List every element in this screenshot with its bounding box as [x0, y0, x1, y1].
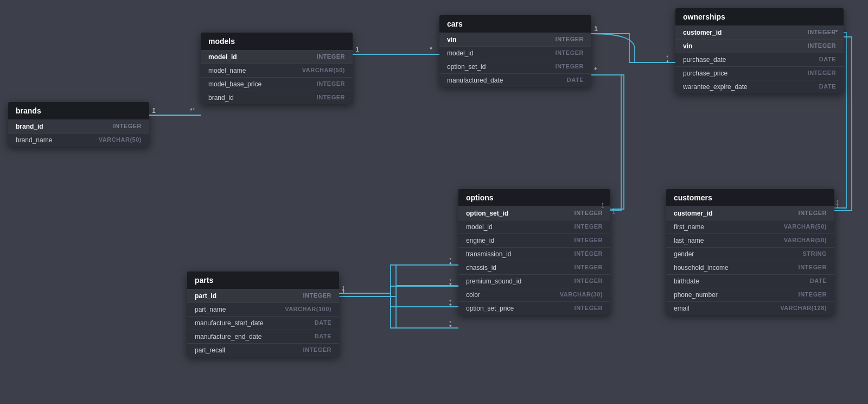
- table-header-options: options: [458, 189, 610, 206]
- table-models[interactable]: modelsmodel_idINTEGERmodel_nameVARCHAR(5…: [201, 33, 353, 104]
- col-name-ownerships-2: purchase_date: [683, 56, 726, 64]
- table-header-cars: cars: [439, 15, 591, 33]
- col-type-options-3: INTEGER: [575, 250, 603, 258]
- table-header-models: models: [201, 33, 353, 50]
- table-brands[interactable]: brandsbrand_idINTEGERbrand_nameVARCHAR(5…: [8, 102, 149, 147]
- table-row-options-1: model_idINTEGER: [458, 220, 610, 233]
- table-row-parts-3: manufacture_end_dateDATE: [187, 330, 339, 343]
- col-name-ownerships-0: customer_id: [683, 29, 722, 36]
- table-row-options-0: option_set_idINTEGER: [458, 206, 610, 220]
- col-name-parts-3: manufacture_end_date: [195, 333, 261, 340]
- svg-text:*: *: [430, 46, 432, 53]
- col-name-options-6: color: [466, 291, 480, 299]
- svg-text:1: 1: [612, 207, 616, 215]
- table-header-customers: customers: [666, 189, 834, 206]
- col-name-options-3: transmission_id: [466, 250, 511, 258]
- col-type-ownerships-2: DATE: [819, 56, 836, 64]
- col-type-parts-3: DATE: [315, 333, 331, 340]
- col-name-parts-0: part_id: [195, 292, 216, 300]
- col-name-options-7: option_set_price: [466, 305, 514, 312]
- col-type-options-1: INTEGER: [575, 223, 603, 231]
- table-row-ownerships-3: purchase_priceINTEGER: [675, 66, 844, 80]
- table-cars[interactable]: carsvinINTEGERmodel_idINTEGERoption_set_…: [439, 15, 591, 87]
- table-row-models-1: model_nameVARCHAR(50): [201, 64, 353, 77]
- col-name-options-2: engine_id: [466, 237, 494, 244]
- table-customers[interactable]: customerscustomer_idINTEGERfirst_nameVAR…: [666, 189, 834, 315]
- table-row-options-3: transmission_idINTEGER: [458, 247, 610, 261]
- col-name-customers-0: customer_id: [674, 210, 712, 217]
- svg-text:1: 1: [594, 25, 598, 33]
- col-type-brands-0: INTEGER: [113, 123, 142, 130]
- svg-text:1: 1: [355, 46, 359, 53]
- col-type-customers-6: INTEGER: [799, 291, 827, 299]
- col-name-customers-5: birthdate: [674, 277, 699, 285]
- svg-text:1: 1: [342, 288, 346, 295]
- col-name-parts-1: part_name: [195, 306, 226, 313]
- table-row-models-0: model_idINTEGER: [201, 50, 353, 64]
- table-row-customers-2: last_nameVARCHAR(50): [666, 233, 834, 247]
- col-type-options-0: INTEGER: [575, 210, 603, 217]
- table-row-options-7: option_set_priceINTEGER: [458, 301, 610, 315]
- table-row-cars-0: vinINTEGER: [439, 33, 591, 46]
- col-type-customers-7: VARCHAR(128): [780, 305, 827, 312]
- col-name-cars-0: vin: [447, 36, 456, 43]
- col-type-models-3: INTEGER: [317, 94, 345, 102]
- col-name-models-1: model_name: [208, 67, 246, 74]
- table-row-parts-4: part_recallINTEGER: [187, 343, 339, 357]
- col-type-customers-1: VARCHAR(50): [784, 223, 827, 231]
- col-type-parts-0: INTEGER: [303, 292, 331, 300]
- col-type-options-6: VARCHAR(30): [560, 291, 603, 299]
- table-row-customers-4: household_incomeINTEGER: [666, 261, 834, 274]
- table-row-parts-1: part_nameVARCHAR(100): [187, 302, 339, 316]
- col-name-options-0: option_set_id: [466, 210, 508, 217]
- col-type-cars-2: INTEGER: [556, 63, 584, 71]
- col-name-options-5: premium_sound_id: [466, 277, 521, 285]
- col-type-customers-3: STRING: [802, 250, 827, 258]
- col-type-ownerships-4: DATE: [819, 83, 836, 91]
- table-row-brands-0: brand_idINTEGER: [8, 119, 149, 133]
- svg-text:1: 1: [836, 199, 840, 207]
- svg-text:*: *: [449, 324, 452, 331]
- col-name-options-1: model_id: [466, 223, 493, 231]
- col-name-customers-3: gender: [674, 250, 694, 258]
- col-type-cars-0: INTEGER: [556, 36, 584, 43]
- canvas: models.brand_id (*) --> 1 * cars.model_i…: [0, 0, 868, 404]
- col-name-customers-6: phone_number: [674, 291, 718, 299]
- col-type-customers-5: DATE: [810, 277, 827, 285]
- table-options[interactable]: optionsoption_set_idINTEGERmodel_idINTEG…: [458, 189, 610, 315]
- col-name-ownerships-1: vin: [683, 42, 692, 50]
- col-type-ownerships-1: INTEGER: [808, 42, 836, 50]
- svg-text:*: *: [449, 282, 452, 289]
- table-row-models-3: brand_idINTEGER: [201, 91, 353, 104]
- table-row-customers-1: first_nameVARCHAR(50): [666, 220, 834, 233]
- table-row-ownerships-0: customer_idINTEGER: [675, 26, 844, 39]
- col-name-brands-1: brand_name: [16, 136, 52, 144]
- col-name-options-4: chassis_id: [466, 264, 496, 272]
- col-name-brands-0: brand_id: [16, 123, 43, 130]
- svg-text:1: 1: [152, 107, 156, 115]
- col-name-customers-7: email: [674, 305, 690, 312]
- col-name-customers-2: last_name: [674, 237, 704, 244]
- table-row-options-2: engine_idINTEGER: [458, 233, 610, 247]
- table-row-customers-7: emailVARCHAR(128): [666, 301, 834, 315]
- table-row-options-5: premium_sound_idINTEGER: [458, 274, 610, 288]
- col-type-customers-4: INTEGER: [799, 264, 827, 272]
- table-row-customers-0: customer_idINTEGER: [666, 206, 834, 220]
- table-row-models-2: model_base_priceINTEGER: [201, 77, 353, 91]
- col-name-parts-2: manufacture_start_date: [195, 319, 264, 327]
- col-type-ownerships-3: INTEGER: [808, 70, 836, 77]
- col-type-options-4: INTEGER: [575, 264, 603, 272]
- col-name-models-0: model_id: [208, 53, 237, 61]
- table-row-cars-3: manufactured_dateDATE: [439, 73, 591, 87]
- col-type-models-0: INTEGER: [317, 53, 345, 61]
- col-type-parts-2: DATE: [315, 319, 331, 327]
- table-ownerships[interactable]: ownershipscustomer_idINTEGERvinINTEGERpu…: [675, 8, 844, 93]
- table-row-cars-2: option_set_idINTEGER: [439, 60, 591, 73]
- col-type-parts-4: INTEGER: [303, 346, 331, 354]
- col-type-options-2: INTEGER: [575, 237, 603, 244]
- col-type-models-2: INTEGER: [317, 80, 345, 88]
- table-parts[interactable]: partspart_idINTEGERpart_nameVARCHAR(100)…: [187, 272, 339, 357]
- col-type-cars-3: DATE: [567, 77, 584, 84]
- table-row-customers-3: genderSTRING: [666, 247, 834, 261]
- table-row-ownerships-4: warantee_expire_dateDATE: [675, 80, 844, 93]
